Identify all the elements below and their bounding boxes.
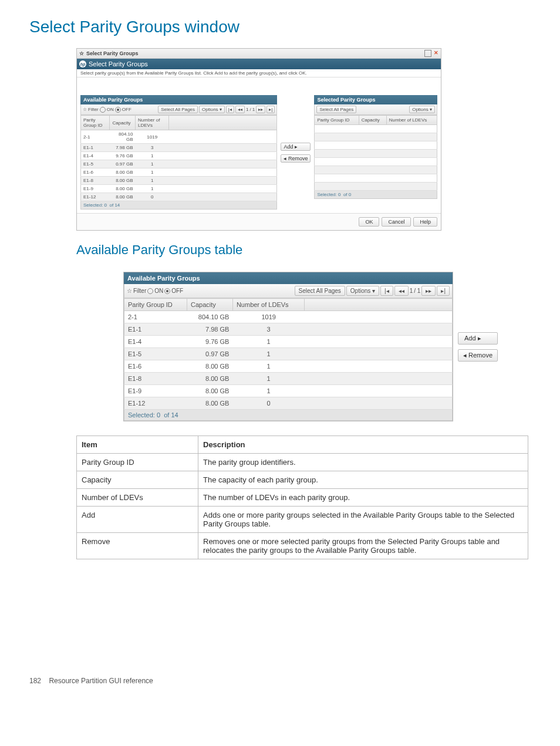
table-row[interactable]: E1-49.76 GB1 xyxy=(124,336,453,348)
window-title: Select Parity Groups xyxy=(86,50,139,56)
hp-header-title: Select Parity Groups xyxy=(89,60,148,67)
table-row xyxy=(315,158,437,166)
table-row[interactable]: E1-50.97 GB1 xyxy=(124,348,453,360)
available-toolbar-2: ☆ Filter ON OFF Select All Pages Options… xyxy=(124,284,453,298)
table-row[interactable]: E1-17.98 GB3 xyxy=(124,323,453,336)
page-first-icon[interactable]: |◂ xyxy=(226,106,234,113)
ok-button[interactable]: OK xyxy=(359,217,379,227)
page-next-icon[interactable]: ▸▸ xyxy=(256,106,265,113)
page-prev-icon[interactable]: ◂◂ xyxy=(235,106,245,113)
col-capacity[interactable]: Capacity xyxy=(187,299,233,311)
table-row[interactable]: E1-68.00 GB1 xyxy=(81,168,277,177)
desc-col-description: Description xyxy=(198,436,528,454)
dialog-window: ☆ Select Parity Groups ✕ hp Select Parit… xyxy=(76,48,441,231)
table-row xyxy=(315,141,437,150)
window-titlebar: ☆ Select Parity Groups ✕ xyxy=(77,49,441,59)
col-parity-id[interactable]: Parity Group ID xyxy=(124,299,187,311)
selected-toolbar: Select All Pages Options ▾ xyxy=(314,104,437,115)
filter-off-radio[interactable] xyxy=(115,107,121,113)
add-button[interactable]: Add ▸ xyxy=(281,143,311,151)
page-current: 1 xyxy=(410,288,413,294)
table-row[interactable]: E1-17.98 GB3 xyxy=(81,144,277,152)
table-row[interactable]: E1-128.00 GB0 xyxy=(124,397,453,410)
page-first-icon[interactable]: |◂ xyxy=(380,286,393,296)
remove-button[interactable]: ◂ Remove xyxy=(281,154,311,163)
table-row[interactable]: E1-98.00 GB1 xyxy=(81,185,277,193)
description-table: Item Description Parity Group IDThe pari… xyxy=(76,436,528,559)
available-toolbar: ☆ Filter ON OFF Select All Pages Options… xyxy=(80,104,277,115)
collapse-icon: ☆ xyxy=(79,50,84,56)
filter-on-label: ON xyxy=(107,107,114,112)
options-button[interactable]: Options ▾ xyxy=(409,106,435,113)
page-current: 1 xyxy=(246,107,248,112)
available-table-2: Parity Group ID Capacity Number of LDEVs… xyxy=(124,298,453,410)
page-next-icon[interactable]: ▸▸ xyxy=(421,286,436,296)
filter-icon[interactable]: ☆ xyxy=(127,288,132,294)
section-title: Available Parity Groups table xyxy=(76,242,531,258)
options-button[interactable]: Options ▾ xyxy=(199,106,225,113)
col-parity-id[interactable]: Parity Group ID xyxy=(81,116,110,130)
available-status-2: Selected: 0 of 14 xyxy=(124,410,453,421)
filter-on-radio[interactable] xyxy=(147,288,153,294)
desc-row: AddAdds one or more parity groups select… xyxy=(77,507,528,533)
page-footer: 182 Resource Partition GUI reference xyxy=(29,677,531,685)
table-row[interactable]: E1-50.97 GB1 xyxy=(81,160,277,168)
col-num-ldevs[interactable]: Number of LDEVs xyxy=(136,116,169,130)
footer-page-number: 182 xyxy=(29,677,41,685)
filter-on-label: ON xyxy=(154,288,163,294)
col-num-ldevs[interactable]: Number of LDEVs xyxy=(232,299,305,311)
table-row xyxy=(315,150,437,158)
selected-table: Parity Group ID Capacity Number of LDEVs xyxy=(314,115,437,191)
hp-logo-icon: hp xyxy=(79,60,86,67)
table-row[interactable]: E1-49.76 GB1 xyxy=(81,152,277,160)
options-button[interactable]: Options ▾ xyxy=(346,286,379,296)
desc-row: Number of LDEVsThe number of LDEVs in ea… xyxy=(77,489,528,507)
available-table-figure: Available Parity Groups ☆ Filter ON OFF … xyxy=(123,272,453,421)
close-icon[interactable]: ✕ xyxy=(434,50,438,57)
table-row[interactable]: E1-128.00 GB0 xyxy=(81,193,277,201)
hp-header: hp Select Parity Groups xyxy=(77,59,441,69)
dialog-footer: OK Cancel Help xyxy=(77,213,441,230)
transfer-buttons: Add ▸ ◂ Remove xyxy=(279,95,312,210)
maximize-icon[interactable] xyxy=(424,50,431,57)
cancel-button[interactable]: Cancel xyxy=(382,217,411,227)
selected-panel: Selected Parity Groups Select All Pages … xyxy=(314,95,437,210)
remove-button-2[interactable]: ◂ Remove xyxy=(458,349,498,362)
page-last-icon[interactable]: ▸| xyxy=(266,106,275,113)
page-title: Select Parity Groups window xyxy=(29,18,531,36)
col-num-ldevs[interactable]: Number of LDEVs xyxy=(386,116,437,125)
table-row xyxy=(315,183,437,191)
desc-col-item: Item xyxy=(77,436,198,454)
footer-text: Resource Partition GUI reference xyxy=(49,677,153,685)
filter-off-radio[interactable] xyxy=(164,288,170,294)
desc-row: Parity Group IDThe parity group identifi… xyxy=(77,454,528,471)
table-row[interactable]: E1-88.00 GB1 xyxy=(124,373,453,385)
available-status: Selected: 0 of 14 xyxy=(80,201,277,210)
filter-off-label: OFF xyxy=(171,288,183,294)
filter-icon[interactable]: ☆ xyxy=(83,107,87,112)
col-capacity[interactable]: Capacity xyxy=(110,116,136,130)
table-row[interactable]: E1-88.00 GB1 xyxy=(81,177,277,185)
help-button[interactable]: Help xyxy=(413,217,437,227)
table-row[interactable]: 2-1804.10 GB1019 xyxy=(81,130,277,144)
filter-label: Filter xyxy=(88,107,99,112)
page-last-icon[interactable]: ▸| xyxy=(437,286,450,296)
table-row[interactable]: 2-1804.10 GB1019 xyxy=(124,311,453,323)
page-prev-icon[interactable]: ◂◂ xyxy=(394,286,409,296)
table-row[interactable]: E1-68.00 GB1 xyxy=(124,360,453,373)
selected-status: Selected: 0 of 0 xyxy=(314,191,437,199)
table-row xyxy=(315,174,437,183)
add-button-2[interactable]: Add ▸ xyxy=(458,332,498,345)
table-row xyxy=(315,125,437,133)
select-all-pages-button[interactable]: Select All Pages xyxy=(316,106,356,113)
available-table: Parity Group ID Capacity Number of LDEVs… xyxy=(80,115,277,201)
instruction-text: Select parity group(s) from the Availabl… xyxy=(77,69,441,77)
table-row[interactable]: E1-98.00 GB1 xyxy=(124,385,453,397)
filter-on-radio[interactable] xyxy=(100,107,106,113)
col-capacity[interactable]: Capacity xyxy=(359,116,386,125)
select-all-pages-button[interactable]: Select All Pages xyxy=(158,106,198,113)
available-panel: Available Parity Groups ☆ Filter ON OFF … xyxy=(80,95,277,210)
select-all-pages-button[interactable]: Select All Pages xyxy=(295,286,345,296)
col-parity-id[interactable]: Parity Group ID xyxy=(315,116,359,125)
available-panel-header: Available Parity Groups xyxy=(80,95,277,104)
